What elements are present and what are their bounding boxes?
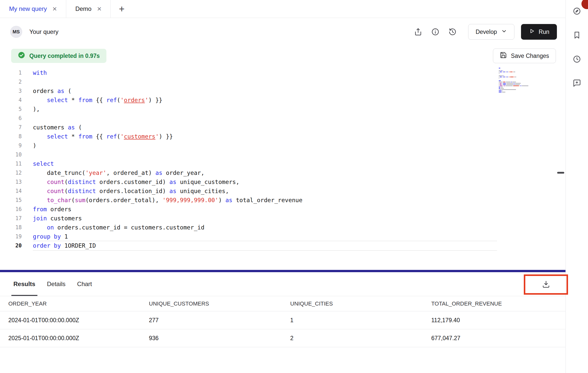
play-icon <box>529 28 535 36</box>
line-number: 8 <box>0 132 22 141</box>
line-number: 2 <box>0 77 22 86</box>
line-number: 17 <box>0 214 22 223</box>
right-toolbar <box>566 0 588 373</box>
app-window: My new query × Demo × + MS Your query De… <box>0 0 588 373</box>
info-icon[interactable] <box>430 27 440 37</box>
line-number: 19 <box>0 232 22 241</box>
table-cell: 112,179.40 <box>431 317 566 324</box>
download-icon <box>542 280 550 289</box>
sql-editor[interactable]: 1with23orders as (4 select * from {{ ref… <box>0 68 566 250</box>
code-line[interactable]: 10 <box>0 150 566 159</box>
table-cell: 2024-01-01T00:00:00.000Z <box>8 317 149 324</box>
query-header: MS Your query Develop Run <box>0 18 566 45</box>
column-header: ORDER_YEAR <box>8 300 149 307</box>
line-number: 14 <box>0 186 22 196</box>
status-text: Query completed in 0.97s <box>29 53 100 59</box>
chevron-down-icon <box>501 28 507 36</box>
code-line[interactable]: 20order by 1ORDER_ID <box>0 241 566 250</box>
version-history-icon[interactable] <box>447 27 458 37</box>
column-header: UNIQUE_CUSTOMERS <box>149 300 290 307</box>
query-status-badge: Query completed in 0.97s <box>11 49 106 63</box>
results-header-row: ORDER_YEARUNIQUE_CUSTOMERSUNIQUE_CITIEST… <box>0 296 566 311</box>
share-icon[interactable] <box>413 27 423 37</box>
line-number: 3 <box>0 86 22 96</box>
line-number: 7 <box>0 123 22 132</box>
annotation-highlight-box <box>524 274 568 295</box>
save-changes-button[interactable]: Save Changes <box>493 49 556 63</box>
code-line[interactable]: 14 count(distinct orders.location_id) as… <box>0 186 566 196</box>
compass-icon[interactable] <box>572 6 582 16</box>
check-circle-icon <box>18 51 25 60</box>
history-clock-icon[interactable] <box>572 54 582 64</box>
code-line[interactable]: 12 date_trunc('year', ordered_at) as ord… <box>0 168 566 177</box>
table-cell: 1 <box>290 317 431 324</box>
line-number: 10 <box>0 150 22 159</box>
line-number: 11 <box>0 159 22 168</box>
panel-resize-divider[interactable] <box>0 270 566 272</box>
code-line[interactable]: 5), <box>0 105 566 114</box>
code-line[interactable]: 3orders as ( <box>0 86 566 96</box>
line-number: 16 <box>0 205 22 214</box>
table-row[interactable]: 2024-01-01T00:00:00.000Z2771112,179.40 <box>0 311 566 329</box>
line-number: 6 <box>0 114 22 123</box>
run-label: Run <box>539 29 549 35</box>
avatar[interactable]: MS <box>10 26 22 38</box>
code-line[interactable]: 6 <box>0 114 566 123</box>
run-button[interactable]: Run <box>521 24 557 40</box>
status-row: Query completed in 0.97s Save Changes <box>0 49 566 63</box>
code-line[interactable]: 2 <box>0 77 566 86</box>
code-line[interactable]: 8 select * from {{ ref('customers') }} <box>0 132 566 141</box>
code-line[interactable]: 4 select * from {{ ref('orders') }} <box>0 96 566 105</box>
ref-link[interactable]: customers <box>124 133 155 140</box>
line-number: 18 <box>0 223 22 232</box>
line-number: 15 <box>0 196 22 205</box>
close-icon[interactable]: × <box>97 5 102 13</box>
results-tab-chart[interactable]: Chart <box>77 272 92 296</box>
table-cell: 677,047.27 <box>431 335 566 342</box>
code-line[interactable]: 18 on orders.customer_id = customers.cus… <box>0 223 566 232</box>
code-line[interactable]: 19group by 1 <box>0 232 566 241</box>
table-row[interactable]: 2025-01-01T00:00:00.000Z9362677,047.27 <box>0 329 566 347</box>
develop-dropdown[interactable]: Develop <box>468 24 514 40</box>
editor-tabbar: My new query × Demo × + <box>0 0 566 18</box>
close-icon[interactable]: × <box>52 5 57 13</box>
scrollbar-thumb[interactable] <box>557 172 564 174</box>
code-line[interactable]: 11select <box>0 159 566 168</box>
table-cell: 2 <box>290 335 431 342</box>
line-number: 12 <box>0 168 22 177</box>
page-title: Your query <box>29 28 58 35</box>
save-label: Save Changes <box>511 53 549 59</box>
code-line[interactable]: 7customers as ( <box>0 123 566 132</box>
line-number: 9 <box>0 141 22 150</box>
minimap[interactable] <box>499 68 529 92</box>
line-number: 13 <box>0 177 22 186</box>
results-table: ORDER_YEARUNIQUE_CUSTOMERSUNIQUE_CITIEST… <box>0 296 566 347</box>
new-tab-button[interactable]: + <box>111 0 132 18</box>
tab-label: Demo <box>75 5 92 12</box>
save-icon <box>500 52 507 60</box>
develop-label: Develop <box>476 29 497 35</box>
tab-my-new-query[interactable]: My new query × <box>0 0 66 18</box>
results-tab-details[interactable]: Details <box>47 272 65 296</box>
table-cell: 936 <box>149 335 290 342</box>
download-results-button[interactable] <box>540 278 552 291</box>
code-line[interactable]: 1with <box>0 68 566 77</box>
line-number: 20 <box>0 241 22 250</box>
code-lines: 1with23orders as (4 select * from {{ ref… <box>0 68 566 250</box>
results-tabs: ResultsDetailsChart <box>13 272 104 296</box>
table-cell: 277 <box>149 317 290 324</box>
line-number: 1 <box>0 68 22 77</box>
code-line[interactable]: 16from orders <box>0 205 566 214</box>
bookmark-icon[interactable] <box>572 30 582 40</box>
code-line[interactable]: 13 count(distinct orders.customer_id) as… <box>0 177 566 186</box>
feedback-icon[interactable] <box>572 78 582 88</box>
column-header: TOTAL_ORDER_REVENUE <box>431 300 566 307</box>
results-tab-results[interactable]: Results <box>13 272 35 296</box>
tab-demo[interactable]: Demo × <box>66 0 111 18</box>
code-line[interactable]: 17join customers <box>0 214 566 223</box>
code-line[interactable]: 15 to_char(sum(orders.order_total), '999… <box>0 196 566 205</box>
ref-link[interactable]: orders <box>124 97 145 103</box>
code-line[interactable]: 9) <box>0 141 566 150</box>
results-body: 2024-01-01T00:00:00.000Z2771112,179.4020… <box>0 311 566 347</box>
line-number: 4 <box>0 96 22 105</box>
